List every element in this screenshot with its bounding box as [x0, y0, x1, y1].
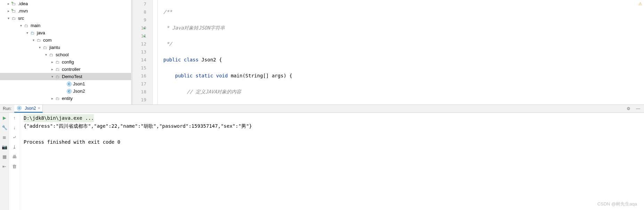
tree-item-json2[interactable]: ▸ C Json2	[0, 87, 131, 95]
tree-item-java[interactable]: ▾ 🗀 java	[0, 29, 131, 36]
tree-label: controller	[62, 67, 80, 72]
tree-item-entity[interactable]: ▸ 🗀 entity	[0, 95, 131, 102]
minimize-icon[interactable]: —	[636, 106, 641, 111]
package-icon: 🗀	[42, 45, 48, 50]
gear-icon[interactable]: ⚙	[626, 106, 631, 111]
console-output[interactable]: D:\jdk8\bin\java.exe ... {"address":"四川省…	[20, 113, 644, 210]
folder-icon: 🗀	[11, 16, 17, 21]
tree-item-com[interactable]: ▾ 🗀 com	[0, 36, 131, 44]
folder-icon: 🗀	[24, 23, 29, 28]
source-folder-icon: 🗀	[30, 30, 35, 36]
chevron-right-icon[interactable]: ▸	[49, 60, 55, 64]
code-text: static	[196, 73, 213, 78]
run-tab[interactable]: C Json2 ×	[14, 105, 43, 113]
tree-label: .idea	[18, 1, 28, 6]
fold-bar[interactable]	[153, 0, 158, 104]
arrow-up-icon[interactable]: ↑	[12, 115, 17, 120]
line-number: 13	[133, 48, 146, 56]
chevron-down-icon[interactable]: ▾	[24, 31, 30, 35]
chevron-right-icon[interactable]: ▸	[49, 96, 55, 100]
line-number: 19	[133, 96, 146, 104]
run-label: Run:	[0, 106, 14, 111]
console-exit: Process finished with exit code 0	[24, 138, 641, 146]
rerun-icon[interactable]: ▶	[2, 115, 7, 120]
console-line: {"address":"四川省成都市","age":22,"name":"胡歌"…	[24, 122, 641, 130]
run-gutter-icon[interactable]: ▶	[144, 24, 146, 32]
tree-label: DemoTest	[62, 74, 82, 79]
chevron-down-icon[interactable]: ▾	[31, 38, 36, 42]
chevron-down-icon[interactable]: ▾	[49, 75, 55, 78]
tree-label: school	[56, 52, 69, 57]
tree-label: Json1	[73, 81, 85, 86]
package-icon: 🗀	[49, 52, 54, 58]
run-header: Run: C Json2 × ⚙ —	[0, 105, 644, 113]
tree-item-jiantu[interactable]: ▾ 🗀 jiantu	[0, 44, 131, 51]
tree-label: Json2	[73, 89, 85, 94]
tree-item-config[interactable]: ▸ 🗀 config	[0, 58, 131, 66]
layout-icon[interactable]: ▦	[2, 154, 7, 159]
chevron-down-icon[interactable]: ▾	[43, 53, 49, 57]
java-class-icon: C	[17, 106, 22, 110]
tree-item-json1[interactable]: ▸ C Json1	[0, 80, 131, 87]
run-action-toolbar: ▶ 🔧 ≣ 📷 ▦ ⇤	[0, 113, 9, 210]
stack-icon[interactable]: ≣	[2, 134, 7, 140]
tree-label: entity	[62, 96, 73, 101]
run-gutter-icon[interactable]: ▶	[144, 32, 146, 40]
tree-item-src[interactable]: ▾ 🗀 src	[0, 15, 131, 22]
code-text: void	[216, 73, 228, 78]
line-number: 18	[133, 88, 146, 96]
line-number: 15	[133, 64, 146, 72]
tree-label: java	[37, 30, 45, 35]
chevron-down-icon[interactable]: ▾	[6, 16, 11, 20]
tree-item-school[interactable]: ▾ 🗀 school	[0, 51, 131, 58]
soft-wrap-icon[interactable]: ⤶	[12, 134, 17, 140]
chevron-down-icon[interactable]: ▾	[37, 45, 42, 49]
package-icon: 🗀	[36, 37, 42, 43]
tree-label: jiantu	[49, 45, 60, 50]
chevron-right-icon[interactable]: ▸	[6, 2, 11, 6]
exit-icon[interactable]: ⇤	[2, 163, 7, 169]
code-editor[interactable]: 7 8 9 10▶ 11▶ 12 13 14 15 16 17 18 19 /*…	[131, 0, 644, 104]
line-number: 16	[133, 72, 146, 80]
run-output-toolbar: ↑ ↓ ⤶ ⤓ 🖶 🗑	[9, 113, 20, 210]
wrench-icon[interactable]: 🔧	[2, 125, 7, 130]
tree-item-demotest[interactable]: ▾ 🗀 DemoTest	[0, 73, 131, 80]
line-number: 7	[133, 0, 146, 8]
trash-icon[interactable]: 🗑	[12, 163, 17, 169]
camera-icon[interactable]: 📷	[2, 144, 7, 150]
code-text: */	[163, 41, 172, 47]
folder-icon: 🗀	[11, 1, 17, 7]
folder-icon: 🗀	[11, 8, 17, 14]
code-text: public	[163, 57, 181, 62]
tree-label: src	[18, 16, 24, 21]
line-number: 11▶	[133, 32, 146, 40]
tree-label: config	[62, 59, 74, 65]
arrow-down-icon[interactable]: ↓	[12, 125, 17, 130]
line-number: 17	[133, 80, 146, 88]
tree-item-mvn[interactable]: ▸ 🗀 .mvn	[0, 7, 131, 15]
print-icon[interactable]: 🖶	[12, 154, 17, 159]
editor-scrollbar[interactable]: ⚠	[639, 0, 644, 104]
warning-indicator-icon[interactable]: ⚠	[638, 1, 643, 6]
line-number: 14	[133, 56, 146, 64]
code-text: class	[184, 57, 198, 62]
tree-label: main	[31, 23, 40, 28]
editor-gutter[interactable]: 7 8 9 10▶ 11▶ 12 13 14 15 16 17 18 19	[131, 0, 153, 104]
project-tree[interactable]: ▸ 🗀 .idea ▸ 🗀 .mvn ▾ 🗀 src ▾ 🗀 main ▾	[0, 0, 131, 104]
editor-content[interactable]: /** * Java对象转JSON字符串 */ public class Jso…	[158, 0, 639, 104]
chevron-right-icon[interactable]: ▸	[6, 9, 11, 13]
tree-item-controller[interactable]: ▸ 🗀 controller	[0, 66, 131, 73]
line-number: 8	[133, 8, 146, 16]
chevron-right-icon[interactable]: ▸	[49, 67, 55, 71]
chevron-down-icon[interactable]: ▾	[18, 24, 24, 27]
scroll-to-end-icon[interactable]: ⤓	[12, 144, 17, 150]
tree-item-idea[interactable]: ▸ 🗀 .idea	[0, 0, 131, 7]
tree-item-main[interactable]: ▾ 🗀 main	[0, 22, 131, 29]
java-class-icon: C	[67, 82, 72, 86]
code-text: // 定义JAVA对象的内容	[187, 89, 241, 94]
code-text: public	[175, 73, 193, 78]
line-number: 12	[133, 40, 146, 48]
java-class-icon: C	[67, 89, 72, 94]
package-icon: 🗀	[55, 59, 60, 65]
close-icon[interactable]: ×	[38, 106, 40, 111]
